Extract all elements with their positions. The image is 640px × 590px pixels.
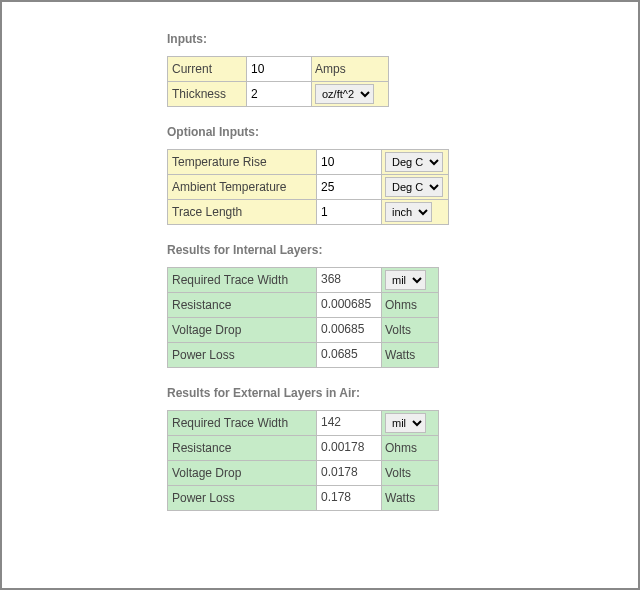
internal-section: Results for Internal Layers: Required Tr… (167, 243, 638, 368)
row-int-resistance: Resistance 0.000685 Ohms (168, 293, 439, 318)
row-ext-ploss: Power Loss 0.178 Watts (168, 486, 439, 511)
label-ext-vdrop: Voltage Drop (168, 461, 317, 486)
row-thickness: Thickness oz/ft^2 (168, 82, 389, 107)
label-trace-length: Trace Length (168, 200, 317, 225)
input-thickness[interactable] (248, 84, 308, 104)
internal-heading: Results for Internal Layers: (167, 243, 638, 257)
optional-heading: Optional Inputs: (167, 125, 638, 139)
label-current: Current (168, 57, 247, 82)
label-int-vdrop: Voltage Drop (168, 318, 317, 343)
input-current[interactable] (248, 59, 308, 79)
unit-current: Amps (312, 57, 389, 82)
row-ambient: Ambient Temperature Deg C (168, 175, 449, 200)
external-section: Results for External Layers in Air: Requ… (167, 386, 638, 511)
unit-int-ploss: Watts (382, 343, 439, 368)
label-ext-trace-width: Required Trace Width (168, 411, 317, 436)
value-ext-ploss: 0.178 (318, 488, 378, 508)
label-int-resistance: Resistance (168, 293, 317, 318)
cell-thickness-value (247, 82, 312, 107)
value-int-vdrop: 0.00685 (318, 320, 378, 340)
row-temp-rise: Temperature Rise Deg C (168, 150, 449, 175)
label-ambient: Ambient Temperature (168, 175, 317, 200)
label-temp-rise: Temperature Rise (168, 150, 317, 175)
cell-thickness-unit: oz/ft^2 (312, 82, 389, 107)
input-ambient[interactable] (318, 177, 378, 197)
row-ext-vdrop: Voltage Drop 0.0178 Volts (168, 461, 439, 486)
inputs-section: Inputs: Current Amps Thickness oz/ft^2 (167, 32, 638, 107)
calculator-page: Inputs: Current Amps Thickness oz/ft^2 (2, 2, 638, 588)
external-heading: Results for External Layers in Air: (167, 386, 638, 400)
row-int-vdrop: Voltage Drop 0.00685 Volts (168, 318, 439, 343)
internal-table: Required Trace Width 368 mil Resistance … (167, 267, 439, 368)
input-trace-length[interactable] (318, 202, 378, 222)
label-ext-resistance: Resistance (168, 436, 317, 461)
label-ext-ploss: Power Loss (168, 486, 317, 511)
select-ext-trace-width-unit[interactable]: mil (385, 413, 426, 433)
optional-table: Temperature Rise Deg C Ambient Temperatu… (167, 149, 449, 225)
value-ext-trace-width: 142 (318, 413, 378, 433)
optional-section: Optional Inputs: Temperature Rise Deg C … (167, 125, 638, 225)
row-int-trace-width: Required Trace Width 368 mil (168, 268, 439, 293)
input-temp-rise[interactable] (318, 152, 378, 172)
value-ext-resistance: 0.00178 (318, 438, 378, 458)
unit-int-resistance: Ohms (382, 293, 439, 318)
unit-int-vdrop: Volts (382, 318, 439, 343)
select-trace-length-unit[interactable]: inch (385, 202, 432, 222)
value-int-resistance: 0.000685 (318, 295, 378, 315)
cell-current-value (247, 57, 312, 82)
value-ext-vdrop: 0.0178 (318, 463, 378, 483)
row-current: Current Amps (168, 57, 389, 82)
inputs-heading: Inputs: (167, 32, 638, 46)
select-int-trace-width-unit[interactable]: mil (385, 270, 426, 290)
inputs-table: Current Amps Thickness oz/ft^2 (167, 56, 389, 107)
label-thickness: Thickness (168, 82, 247, 107)
label-int-trace-width: Required Trace Width (168, 268, 317, 293)
unit-ext-resistance: Ohms (382, 436, 439, 461)
row-trace-length: Trace Length inch (168, 200, 449, 225)
unit-ext-ploss: Watts (382, 486, 439, 511)
row-ext-trace-width: Required Trace Width 142 mil (168, 411, 439, 436)
value-int-trace-width: 368 (318, 270, 378, 290)
unit-ext-vdrop: Volts (382, 461, 439, 486)
external-table: Required Trace Width 142 mil Resistance … (167, 410, 439, 511)
select-thickness-unit[interactable]: oz/ft^2 (315, 84, 374, 104)
row-ext-resistance: Resistance 0.00178 Ohms (168, 436, 439, 461)
label-int-ploss: Power Loss (168, 343, 317, 368)
select-temp-rise-unit[interactable]: Deg C (385, 152, 443, 172)
row-int-ploss: Power Loss 0.0685 Watts (168, 343, 439, 368)
select-ambient-unit[interactable]: Deg C (385, 177, 443, 197)
value-int-ploss: 0.0685 (318, 345, 378, 365)
